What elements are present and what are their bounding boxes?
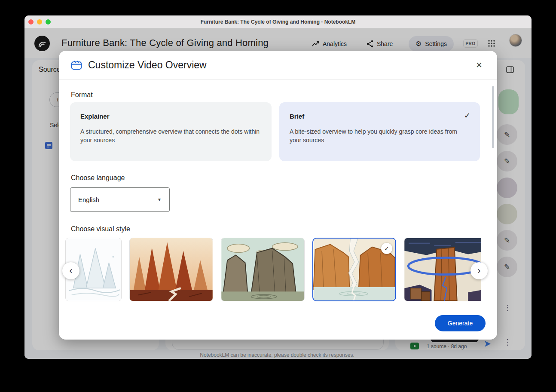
format-option-description: A bite-sized overview to help you quickl… <box>290 127 470 144</box>
close-window-button[interactable] <box>28 19 34 24</box>
visual-style-option-red-desert-spires[interactable] <box>129 238 213 301</box>
visual-style-option-canyon-lightning[interactable]: ✓ <box>312 238 396 301</box>
visual-style-carousel: ✓ <box>65 238 481 301</box>
close-dialog-button[interactable]: ✕ <box>473 59 485 71</box>
format-option-brief[interactable]: Brief A bite-sized overview to help you … <box>279 102 480 161</box>
app-window: Furniture Bank: The Cycle of Giving and … <box>24 15 532 359</box>
carousel-next-button[interactable]: › <box>470 262 488 279</box>
format-section-label: Format <box>71 91 93 99</box>
video-overview-dialog-icon <box>71 60 82 70</box>
visual-style-option-ink-swirl-cliff[interactable] <box>404 238 481 301</box>
language-dropdown[interactable]: English ▼ <box>70 187 170 212</box>
desktop: Furniture Bank: The Cycle of Giving and … <box>0 0 556 392</box>
traffic-lights <box>28 19 51 24</box>
zoom-window-button[interactable] <box>46 19 51 24</box>
chevron-right-icon: › <box>477 265 480 276</box>
format-option-title: Explainer <box>80 113 261 120</box>
visual-style-option-comic-cliffs[interactable] <box>221 238 305 301</box>
close-icon: ✕ <box>476 61 483 70</box>
check-icon: ✓ <box>384 245 389 252</box>
red-desert-thumbnail <box>130 238 213 301</box>
ink-swirl-thumbnail <box>404 238 481 301</box>
selected-style-check-badge: ✓ <box>381 243 392 254</box>
customize-video-overview-dialog: Customize Video Overview ✕ Format Explai… <box>59 51 497 340</box>
titlebar: Furniture Bank: The Cycle of Giving and … <box>24 15 532 28</box>
format-option-explainer[interactable]: Explainer A structured, comprehensive ov… <box>70 102 272 161</box>
format-option-description: A structured, comprehensive overview tha… <box>80 127 261 144</box>
format-option-title: Brief <box>290 113 470 120</box>
dialog-title: Customize Video Overview <box>88 59 207 71</box>
comic-cliffs-thumbnail <box>221 238 304 301</box>
language-section-label: Choose language <box>71 174 125 182</box>
selected-check-icon: ✓ <box>464 111 470 120</box>
dialog-scrollbar[interactable] <box>492 86 494 148</box>
minimize-window-button[interactable] <box>37 19 42 24</box>
generate-button[interactable]: Generate <box>435 315 486 331</box>
language-selected-value: English <box>78 196 157 203</box>
chevron-left-icon: ‹ <box>69 265 72 276</box>
window-title: Furniture Bank: The Cycle of Giving and … <box>201 19 356 25</box>
dialog-header: Customize Video Overview ✕ <box>59 51 497 80</box>
visual-style-section-label: Choose visual style <box>71 225 130 233</box>
carousel-prev-button[interactable]: ‹ <box>62 262 79 279</box>
chevron-down-icon: ▼ <box>157 197 162 202</box>
app-content: Furniture Bank: The Cycle of Giving and … <box>24 28 532 359</box>
